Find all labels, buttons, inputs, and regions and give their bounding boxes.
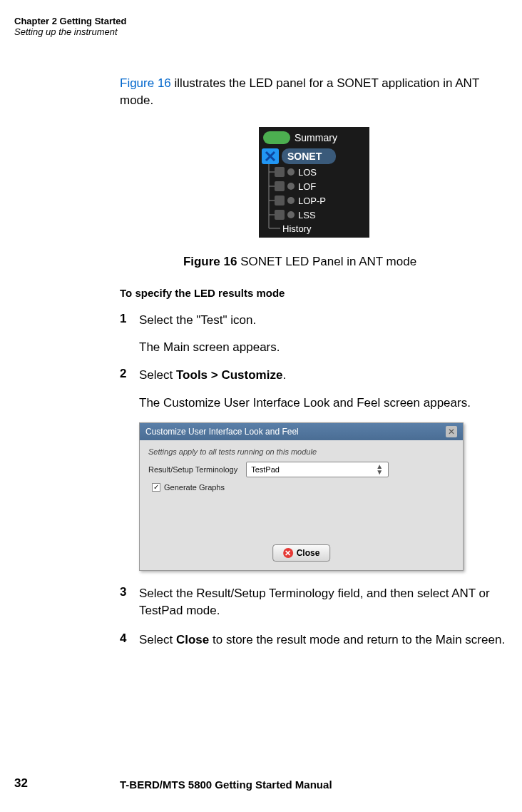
svg-rect-8 [275,167,285,177]
intro-text: illustrates the LED panel for a SONET ap… [120,76,479,107]
dropdown-value: TestPad [251,465,280,474]
svg-rect-1 [263,131,290,144]
intro-paragraph: Figure 16 illustrates the LED panel for … [120,75,508,109]
page-header: Chapter 2 Getting Started Setting up the… [14,16,126,37]
customize-dialog: Customize User Interface Look and Feel ✕… [139,422,464,571]
close-icon[interactable]: ✕ [446,426,457,437]
terminology-dropdown[interactable]: TestPad ▲▼ [246,462,389,477]
lss-label: LSS [298,210,316,220]
svg-rect-17 [275,210,285,220]
main-content: Figure 16 illustrates the LED panel for … [120,75,508,659]
figure-number: Figure 16 [183,255,237,268]
step-number: 2 [120,367,139,384]
svg-rect-14 [275,196,285,205]
close-button[interactable]: ✕ Close [272,544,331,562]
sonet-label: SONET [287,151,322,162]
step-number: 1 [120,312,139,329]
close-x-icon: ✕ [283,548,293,558]
svg-rect-11 [275,181,285,191]
dialog-note: Settings apply to all tests running on t… [148,447,454,456]
figure-text: SONET LED Panel in ANT mode [237,255,416,268]
figure-caption: Figure 16 SONET LED Panel in ANT mode [91,255,508,269]
svg-point-15 [287,197,295,204]
lof-label: LOF [298,181,316,192]
close-button-label: Close [297,548,320,558]
svg-point-18 [287,211,295,218]
terminology-row: Result/Setup Terminology TestPad ▲▼ [148,462,454,477]
step-text: Select the "Test" icon. [139,312,256,329]
step-1: 1 Select the "Test" icon. [120,312,508,329]
sonet-led-panel-image: Summary SONET LOS LOF LOP-P [259,127,369,238]
step-text: Select the Result/Setup Terminology fiel… [139,585,508,619]
procedure-heading: To specify the LED results mode [120,287,508,299]
generate-graphs-row: ✓ Generate Graphs [152,483,454,492]
dialog-titlebar: Customize User Interface Look and Feel ✕ [140,423,463,440]
step-2: 2 Select Tools > Customize. [120,367,508,384]
step-text: Select Tools > Customize. [139,367,286,384]
led-panel-figure: Summary SONET LOS LOF LOP-P [259,127,369,240]
step-number: 3 [120,585,139,619]
step-4: 4 Select Close to store the result mode … [120,631,508,649]
svg-point-12 [287,183,295,190]
section-title: Setting up the instrument [14,26,126,37]
dialog-title: Customize User Interface Look and Feel [145,427,299,437]
los-label: LOS [298,167,317,178]
step-3: 3 Select the Result/Setup Terminology fi… [120,585,508,619]
terminology-label: Result/Setup Terminology [148,465,237,474]
generate-graphs-label: Generate Graphs [164,483,225,492]
spinner-icon: ▲▼ [375,464,384,475]
chapter-title: Chapter 2 Getting Started [14,16,126,26]
step-number: 4 [120,631,139,649]
figure-link[interactable]: Figure 16 [120,76,171,90]
step-1-follow: The Main screen appears. [139,339,508,356]
footer-manual-title: T-BERD/MTS 5800 Getting Started Manual [120,778,332,791]
page-number: 32 [14,776,28,791]
summary-label: Summary [295,132,337,143]
step-2-follow: The Customize User Interface Look and Fe… [139,395,508,412]
svg-point-9 [287,168,295,176]
dialog-body: Settings apply to all tests running on t… [140,440,463,570]
lopp-label: LOP-P [298,196,326,206]
step-text: Select Close to store the result mode an… [139,631,505,649]
dialog-screenshot: Customize User Interface Look and Feel ✕… [139,422,508,571]
history-label: History [282,223,312,234]
generate-graphs-checkbox[interactable]: ✓ [152,483,160,492]
